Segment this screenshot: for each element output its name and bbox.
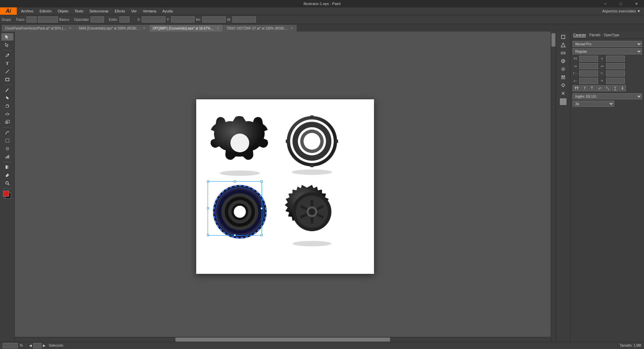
right-tool-2[interactable] xyxy=(557,41,569,49)
eyedropper-tool[interactable] xyxy=(1,171,13,179)
close-button[interactable]: ✕ xyxy=(629,0,644,7)
strikethrough-button[interactable]: T xyxy=(619,85,626,91)
fill-swatch[interactable] xyxy=(3,191,9,197)
superscript-button[interactable]: Ts xyxy=(596,85,603,91)
menu-ventana[interactable]: Ventana xyxy=(140,8,159,14)
handle-ml[interactable] xyxy=(207,207,209,209)
menu-efecto[interactable]: Efecto xyxy=(112,8,128,14)
right-tool-1[interactable] xyxy=(557,33,569,41)
right-tool-3[interactable] xyxy=(557,49,569,57)
zoom-input[interactable]: 16,67% xyxy=(3,343,18,348)
tab-4-label: 70567-ODTZWF-27.ai* al 150% (RGB/Previsu… xyxy=(226,27,288,30)
pen-tool[interactable] xyxy=(1,52,13,59)
paintbrush-tool[interactable] xyxy=(1,86,13,94)
font-family-select[interactable]: Myriad Pro xyxy=(573,41,642,47)
allcaps-button[interactable]: T̈ xyxy=(589,85,595,91)
fill-stroke-swatches[interactable] xyxy=(3,191,12,199)
right-tool-6[interactable] xyxy=(557,73,569,81)
opacidad-input[interactable]: 100% xyxy=(91,16,104,22)
menu-seleccionar[interactable]: Seleccionar xyxy=(87,8,111,14)
tab-4[interactable]: 70567-ODTZWF-27.ai* al 150% (RGB/Previsu… xyxy=(223,25,297,32)
gradient-tool[interactable] xyxy=(1,163,13,171)
menu-archivo[interactable]: Archivo xyxy=(18,8,36,14)
zoom-tool[interactable] xyxy=(1,180,13,187)
font-style-select[interactable]: Regular xyxy=(573,48,642,54)
right-swatch[interactable] xyxy=(560,98,567,105)
language-select[interactable]: Inglés: EE.UU. xyxy=(573,93,642,99)
tab-1[interactable]: ClockPartsFreeVectorPack.ai* al 50% (RGB… xyxy=(2,25,75,32)
tab-2-close[interactable]: ✕ xyxy=(143,27,146,30)
scale-v-input[interactable]: 100% xyxy=(606,70,625,77)
rect-tool[interactable] xyxy=(1,76,13,83)
tab-2[interactable]: 5666 [Convertido].eps* al 200% (RGB/Prev… xyxy=(75,25,149,32)
scrollbar-horizontal[interactable] xyxy=(15,337,551,342)
baseline-input[interactable]: 0 pt xyxy=(579,78,598,84)
antialiasing-select[interactable]: 3a xyxy=(573,101,614,107)
font-size-input[interactable]: 12 pt xyxy=(579,56,598,62)
free-transform-tool[interactable] xyxy=(1,137,13,144)
tab-1-close[interactable]: ✕ xyxy=(69,27,72,30)
page-input[interactable]: 1 xyxy=(33,343,42,348)
char-tab-caracter[interactable]: Carácter xyxy=(573,33,586,37)
handle-tl[interactable] xyxy=(207,181,209,183)
rotate-tool[interactable] xyxy=(1,102,13,110)
scale-tool[interactable] xyxy=(1,118,13,126)
right-tool-7[interactable] xyxy=(557,82,569,89)
type-tool[interactable]: T xyxy=(1,60,13,67)
trazo-input[interactable] xyxy=(26,16,37,22)
x-input[interactable]: 363,827 mm xyxy=(142,16,165,22)
y-input[interactable]: 992,517 mm xyxy=(171,16,195,22)
menu-ayuda[interactable]: Ayuda xyxy=(160,8,175,14)
language-row: Inglés: EE.UU. xyxy=(573,93,642,99)
line-tool[interactable] xyxy=(1,68,13,75)
stroke-style-input[interactable] xyxy=(38,16,58,22)
gear-3[interactable] xyxy=(206,180,273,247)
handle-bl[interactable] xyxy=(207,234,209,236)
al-input[interactable]: 450,766 mm xyxy=(232,16,256,22)
canvas-area[interactable] xyxy=(15,32,555,342)
pencil-tool[interactable] xyxy=(1,94,13,102)
menu-objeto[interactable]: Objeto xyxy=(55,8,71,14)
right-tool-4[interactable] xyxy=(557,57,569,65)
an-input[interactable]: 450,778 mm xyxy=(202,16,226,22)
graph-tool[interactable] xyxy=(1,153,13,160)
char-tab-parrafo[interactable]: Párrafo xyxy=(589,33,600,37)
subscript-button[interactable]: Ts xyxy=(604,85,611,91)
workspace-switcher[interactable]: Aspectos esenciales ▼ xyxy=(602,9,641,13)
prev-page[interactable]: ◀ xyxy=(29,344,32,347)
underline-button[interactable]: T xyxy=(612,85,619,91)
char-tab-opentype[interactable]: OpenType xyxy=(604,33,619,37)
estilo-input[interactable] xyxy=(119,16,129,22)
svg-rect-17 xyxy=(8,155,9,158)
scrollbar-thumb-h[interactable] xyxy=(175,338,390,342)
minimize-button[interactable]: ─ xyxy=(598,0,613,7)
next-page[interactable]: ▶ xyxy=(43,344,46,347)
scrollbar-thumb-v[interactable] xyxy=(551,33,555,47)
menu-edicion[interactable]: Edición xyxy=(37,8,54,14)
select-tool[interactable] xyxy=(1,33,13,41)
leading-input[interactable]: (14,4 pt) xyxy=(606,56,625,62)
gear-2[interactable] xyxy=(278,109,345,177)
italic-button[interactable]: T xyxy=(581,85,588,91)
tab-4-close[interactable]: ✕ xyxy=(290,27,293,30)
reflect-tool[interactable] xyxy=(1,110,13,118)
right-tool-5[interactable] xyxy=(557,65,569,73)
menu-texto[interactable]: Texto xyxy=(72,8,86,14)
scrollbar-vertical[interactable] xyxy=(551,32,555,342)
gear-1[interactable] xyxy=(206,109,273,177)
bold-button[interactable]: TT xyxy=(573,85,581,91)
scale-h-input[interactable]: 100% xyxy=(579,70,598,77)
tab-3[interactable]: OPQ88P1 [Convertido].eps* al 16.67% (CMY… xyxy=(149,25,223,32)
right-tool-8[interactable] xyxy=(557,90,569,97)
symbol-sprayer-tool[interactable] xyxy=(1,145,13,152)
direct-select-tool[interactable] xyxy=(1,41,13,49)
warp-tool[interactable] xyxy=(1,129,13,136)
tab-3-close[interactable]: ✕ xyxy=(217,27,219,30)
maximize-button[interactable]: □ xyxy=(613,0,629,7)
menu-ver[interactable]: Ver xyxy=(128,8,140,14)
rotation-input[interactable]: 0° xyxy=(606,78,625,84)
gear-4[interactable] xyxy=(278,180,345,247)
tracking-input[interactable]: 0 xyxy=(606,63,625,69)
kerning-input[interactable]: Auto xyxy=(579,63,598,69)
leading-icon: ⇕ xyxy=(599,57,605,60)
